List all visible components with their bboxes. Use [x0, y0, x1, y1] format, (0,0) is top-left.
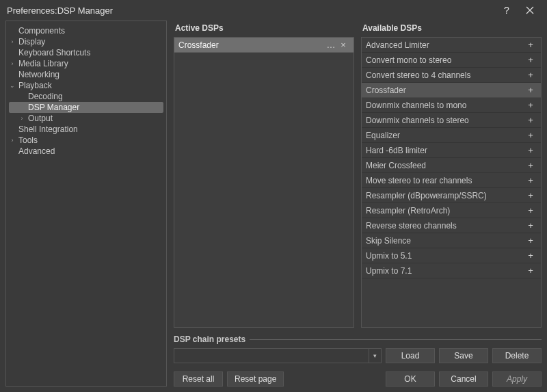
- tree-item-label: Advanced: [17, 146, 56, 157]
- list-item-label: Convert mono to stereo: [366, 55, 524, 65]
- add-icon[interactable]: +: [524, 69, 537, 81]
- tree-item-label: Playback: [17, 80, 53, 91]
- list-item[interactable]: Meier Crossfeed+: [362, 158, 541, 173]
- cancel-button[interactable]: Cancel: [439, 371, 488, 387]
- add-icon[interactable]: +: [524, 174, 537, 187]
- add-icon[interactable]: +: [524, 190, 537, 202]
- list-item-label: Downmix channels to stereo: [366, 116, 524, 125]
- list-item-label: Advanced Limiter: [366, 40, 524, 50]
- chevron-right-icon[interactable]: ›: [9, 137, 16, 144]
- add-icon[interactable]: +: [524, 205, 537, 217]
- list-item-label: Hard -6dB limiter: [366, 146, 524, 155]
- chevron-right-icon[interactable]: ›: [9, 38, 16, 45]
- add-icon[interactable]: +: [524, 220, 537, 232]
- apply-button[interactable]: Apply: [492, 371, 542, 387]
- save-button[interactable]: Save: [439, 348, 488, 363]
- list-item[interactable]: Upmix to 7.1+: [362, 263, 541, 278]
- tree-item[interactable]: Shell Integration: [9, 124, 163, 135]
- active-dsps-list[interactable]: Crossfader…×: [174, 37, 354, 328]
- preferences-tree[interactable]: Components›Display Keyboard Shortcuts›Me…: [5, 21, 167, 387]
- tree-item[interactable]: Decoding: [9, 91, 163, 102]
- tree-item[interactable]: DSP Manager: [9, 102, 163, 113]
- list-item-label: Resampler (dBpoweramp/SSRC): [366, 191, 524, 200]
- tree-elbow: [9, 69, 16, 80]
- chevron-right-icon[interactable]: ›: [9, 60, 16, 67]
- tree-elbow: [9, 47, 16, 58]
- tree-item-label: Keyboard Shortcuts: [17, 47, 92, 58]
- remove-icon[interactable]: ×: [337, 39, 349, 51]
- list-item-label: Upmix to 7.1: [366, 266, 524, 276]
- tree-item-label: Shell Integration: [17, 124, 79, 135]
- chevron-right-icon[interactable]: ›: [18, 115, 25, 122]
- list-item[interactable]: Downmix channels to mono+: [362, 98, 541, 113]
- configure-icon[interactable]: …: [325, 39, 337, 51]
- load-button[interactable]: Load: [386, 348, 435, 363]
- divider: [250, 339, 542, 340]
- tree-item[interactable]: ›Media Library: [9, 58, 163, 69]
- list-item-label: Meier Crossfeed: [366, 161, 524, 170]
- tree-item[interactable]: ›Display: [9, 36, 163, 47]
- close-button[interactable]: [518, 1, 542, 20]
- list-item[interactable]: Resampler (dBpoweramp/SSRC)+: [362, 188, 541, 203]
- add-icon[interactable]: +: [524, 54, 537, 66]
- list-item[interactable]: Crossfader+: [362, 83, 541, 98]
- list-item-label: Reverse stereo channels: [366, 221, 524, 231]
- reset-all-button[interactable]: Reset all: [174, 371, 223, 387]
- available-dsps-title: Available DSPs: [361, 21, 542, 37]
- list-item-label: Move stereo to rear channels: [366, 176, 524, 185]
- presets-combo[interactable]: ▾: [174, 348, 382, 363]
- chevron-down-icon[interactable]: ⌄: [9, 82, 16, 89]
- list-item[interactable]: Convert stereo to 4 channels+: [362, 68, 541, 83]
- available-dsps-list[interactable]: Advanced Limiter+Convert mono to stereo+…: [361, 37, 542, 328]
- help-button[interactable]: ?: [495, 1, 518, 20]
- tree-elbow: [9, 146, 16, 157]
- list-item[interactable]: Advanced Limiter+: [362, 38, 541, 53]
- add-icon[interactable]: +: [524, 250, 537, 262]
- add-icon[interactable]: +: [524, 144, 537, 157]
- tree-item[interactable]: Advanced: [9, 146, 163, 157]
- list-item[interactable]: Convert mono to stereo+: [362, 53, 541, 68]
- add-icon[interactable]: +: [524, 265, 537, 277]
- delete-button[interactable]: Delete: [492, 348, 542, 363]
- add-icon[interactable]: +: [524, 159, 537, 172]
- tree-item[interactable]: ›Tools: [9, 135, 163, 146]
- tree-item[interactable]: Keyboard Shortcuts: [9, 47, 163, 58]
- list-item[interactable]: Resampler (RetroArch)+: [362, 203, 541, 218]
- list-item[interactable]: Downmix channels to stereo+: [362, 113, 541, 128]
- list-item-label: Upmix to 5.1: [366, 251, 524, 261]
- list-item[interactable]: Crossfader…×: [174, 38, 353, 53]
- reset-page-button[interactable]: Reset page: [227, 371, 284, 387]
- list-item[interactable]: Upmix to 5.1+: [362, 248, 541, 263]
- list-item-label: Skip Silence: [366, 236, 524, 246]
- tree-item-label: Decoding: [27, 91, 64, 102]
- add-icon[interactable]: +: [524, 235, 537, 247]
- list-item-label: Convert stereo to 4 channels: [366, 70, 524, 80]
- add-icon[interactable]: +: [524, 129, 537, 142]
- ok-button[interactable]: OK: [386, 371, 435, 387]
- add-icon[interactable]: +: [524, 99, 537, 112]
- tree-item-label: Components: [17, 25, 66, 36]
- tree-item[interactable]: ⌄Playback: [9, 80, 163, 91]
- list-item[interactable]: Hard -6dB limiter+: [362, 143, 541, 158]
- list-item-label: Crossfader: [366, 86, 524, 95]
- tree-elbow: [18, 102, 25, 113]
- window-title-page: DSP Manager: [57, 5, 113, 16]
- list-item[interactable]: Move stereo to rear channels+: [362, 173, 541, 188]
- tree-elbow: [18, 91, 25, 102]
- active-dsps-title: Active DSPs: [174, 21, 354, 37]
- list-item[interactable]: Skip Silence+: [362, 233, 541, 248]
- list-item[interactable]: Reverse stereo channels+: [362, 218, 541, 233]
- list-item[interactable]: Equalizer+: [362, 128, 541, 143]
- tree-item-label: Media Library: [17, 58, 70, 69]
- presets-title: DSP chain presets: [174, 335, 245, 344]
- tree-item[interactable]: Components: [9, 25, 163, 36]
- close-icon: [526, 6, 534, 14]
- tree-item[interactable]: Networking: [9, 69, 163, 80]
- tree-item-label: Output: [27, 113, 54, 124]
- add-icon[interactable]: +: [524, 114, 537, 127]
- add-icon[interactable]: +: [524, 39, 537, 51]
- add-icon[interactable]: +: [524, 84, 537, 96]
- titlebar: Preferences: DSP Manager ?: [0, 0, 547, 21]
- tree-item[interactable]: ›Output: [9, 113, 163, 124]
- list-item-label: Resampler (RetroArch): [366, 206, 524, 215]
